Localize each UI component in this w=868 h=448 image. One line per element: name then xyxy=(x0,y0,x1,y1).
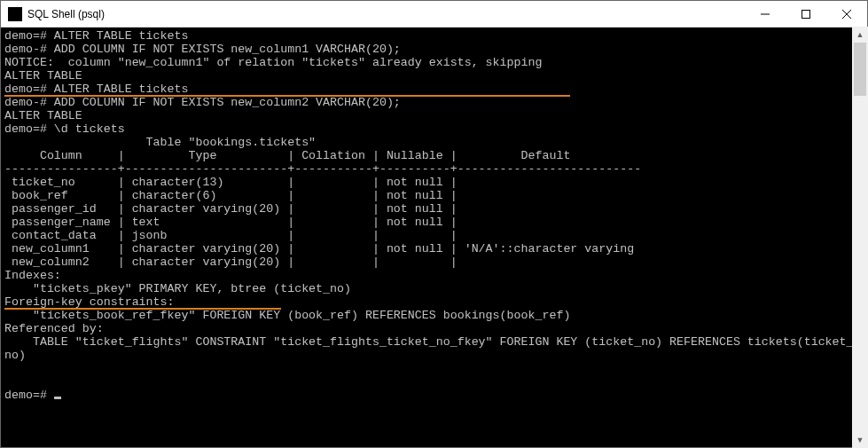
cursor-icon xyxy=(54,397,61,399)
terminal-prompt: demo=# xyxy=(4,389,54,402)
terminal-line: ----------------+-----------------------… xyxy=(4,162,641,176)
svg-rect-1 xyxy=(802,10,810,18)
maximize-button[interactable] xyxy=(786,1,826,28)
terminal-line: new_column1 | character varying(20) | | … xyxy=(4,242,634,255)
window-titlebar: SQL Shell (psql) xyxy=(1,1,867,28)
scrollbar-thumb[interactable] xyxy=(854,43,866,96)
minimize-button[interactable] xyxy=(745,1,786,28)
terminal-line: Column | Type | Collation | Nullable | D… xyxy=(4,149,570,162)
maximize-icon xyxy=(802,10,810,19)
terminal-line: contact_data | jsonb | | | xyxy=(4,229,457,242)
terminal-line: demo-# ADD COLUMN IF NOT EXISTS new_colu… xyxy=(4,43,401,56)
close-icon xyxy=(842,10,851,19)
terminal-line: Foreign-key constraints: xyxy=(4,295,175,309)
terminal-line: new_column2 | character varying(20) | | … xyxy=(4,255,457,269)
scroll-up-icon[interactable]: ▲ xyxy=(852,27,868,43)
terminal-line: "tickets_pkey" PRIMARY KEY, btree (ticke… xyxy=(4,282,351,295)
terminal-line: demo=# ALTER TABLE tickets xyxy=(4,29,188,43)
window-title: SQL Shell (psql) xyxy=(27,8,745,20)
terminal-line: demo=# ALTER TABLE tickets xyxy=(4,83,188,96)
terminal-line: ALTER TABLE xyxy=(4,109,82,122)
terminal-line: ticket_no | character(13) | | not null | xyxy=(4,176,457,189)
terminal-line: no) xyxy=(4,349,26,362)
vertical-scrollbar[interactable]: ▲ ▼ xyxy=(852,27,868,448)
terminal-line: Referenced by: xyxy=(4,322,104,335)
terminal-line: demo=# \d tickets xyxy=(4,122,125,136)
scroll-down-icon[interactable]: ▼ xyxy=(852,432,868,448)
terminal-output[interactable]: demo=# ALTER TABLE tickets demo-# ADD CO… xyxy=(1,28,867,447)
terminal-line: demo-# ADD COLUMN IF NOT EXISTS new_colu… xyxy=(4,96,401,109)
close-button[interactable] xyxy=(826,1,867,28)
terminal-line: passenger_id | character varying(20) | |… xyxy=(4,202,457,216)
terminal-line: TABLE "ticket_flights" CONSTRAINT "ticke… xyxy=(4,335,854,349)
terminal-line: Table "bookings.tickets" xyxy=(4,136,316,149)
terminal-line: passenger_name | text | | not null | xyxy=(4,216,457,229)
terminal-line: NOTICE: column "new_column1" of relation… xyxy=(4,56,542,69)
terminal-line: "tickets_book_ref_fkey" FOREIGN KEY (boo… xyxy=(4,309,570,322)
terminal-line: ALTER TABLE xyxy=(4,69,82,83)
app-icon xyxy=(8,7,22,21)
minimize-icon xyxy=(761,10,770,19)
terminal-line: book_ref | character(6) | | not null | xyxy=(4,189,457,202)
terminal-line: Indexes: xyxy=(4,269,61,282)
